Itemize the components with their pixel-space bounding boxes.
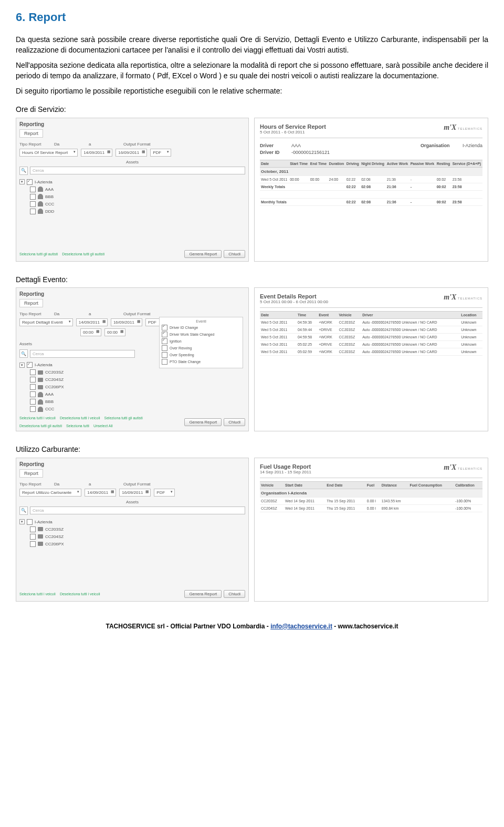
checkbox[interactable] — [30, 406, 36, 412]
date-from[interactable]: 14/09/2011 — [85, 489, 116, 497]
btn-generate[interactable]: Genera Report — [184, 590, 222, 598]
btn-generate[interactable]: Genera Report — [184, 250, 222, 258]
tree-item-driver-3[interactable]: CCC — [30, 201, 245, 207]
dropdown-format[interactable]: PDF — [154, 489, 175, 497]
cell: 24:00 — [328, 175, 345, 183]
tree-root[interactable]: ▾ I-Azienda — [19, 519, 245, 525]
link-select-all-drivers[interactable]: Seleziona tutti gli autisti — [19, 252, 58, 256]
ev-item-4[interactable]: Over Revving — [162, 345, 240, 351]
date-to[interactable]: 16/09/2011 — [119, 489, 151, 497]
ev-item-2[interactable]: Driver Work State Changed — [162, 332, 240, 337]
date-to[interactable]: 16/09/2011 — [111, 318, 142, 326]
search-input[interactable]: Cerca — [30, 167, 245, 174]
lbl-da: Da — [54, 312, 86, 316]
col: Time — [297, 312, 318, 319]
footer-email-link[interactable]: info@tachoservice.it — [270, 623, 332, 630]
date-to[interactable]: 16/09/2011 — [116, 149, 147, 157]
tree-item-driver-1[interactable]: AAA — [30, 391, 135, 397]
checkbox[interactable] — [30, 369, 36, 375]
tree-item-vehicle-1[interactable]: CC203SZ — [30, 369, 135, 375]
search-input[interactable]: Cerca — [30, 506, 245, 514]
ev-item-5[interactable]: Over Speeding — [162, 352, 240, 358]
c: Auto -00000024278500 Unknown / NO CARD — [361, 334, 460, 341]
tree-item-driver-4[interactable]: DDD — [30, 209, 245, 214]
search-icon[interactable]: 🔍 — [19, 349, 28, 358]
link-select-all-vehicles[interactable]: Seleziona tutti i veicoli — [19, 416, 56, 420]
search-icon[interactable]: 🔍 — [19, 506, 28, 515]
search-input[interactable]: Cerca — [30, 350, 135, 358]
report-tab[interactable]: Report — [19, 129, 43, 138]
driver-name: BBB — [45, 399, 54, 404]
time-to[interactable]: 00:00 — [104, 328, 125, 336]
report-tab[interactable]: Report — [19, 299, 43, 307]
col: Date — [260, 312, 297, 319]
checkbox[interactable] — [30, 384, 36, 390]
tree-item-driver-1[interactable]: AAA — [30, 187, 245, 192]
dropdown-report-type[interactable]: Report Dettagli Eventi — [19, 318, 73, 326]
btn-generate[interactable]: Genera Report — [184, 418, 222, 426]
dropdown-format[interactable]: PDF — [150, 149, 171, 157]
tree-item-vehicle-3[interactable]: CC206PX — [30, 541, 245, 547]
link-deselect-all-vehicles[interactable]: Deseleziona tutti i veicoli — [60, 592, 100, 596]
cell: 23:58 — [452, 183, 482, 190]
tree-toggle-icon[interactable]: ▾ — [19, 519, 25, 524]
reporting-panel-fuel: Reporting Report Tipo Report Da a Output… — [16, 458, 249, 602]
checkbox[interactable] — [30, 541, 36, 547]
tree-item-vehicle-2[interactable]: CC204SZ — [30, 534, 245, 540]
checkbox-org[interactable] — [27, 179, 33, 185]
checkbox[interactable] — [162, 359, 167, 365]
tree-item-vehicle-2[interactable]: CC204SZ — [30, 377, 135, 383]
ev-item-3[interactable]: Ignition — [162, 338, 240, 344]
person-icon — [38, 399, 43, 405]
tree-item-vehicle-3[interactable]: CC206PX — [30, 384, 135, 390]
tree-root[interactable]: ▾ I-Azienda — [19, 179, 245, 185]
link-unselect-all[interactable]: Unselect All — [93, 424, 113, 428]
link-select-all[interactable]: Seleziona tutti — [66, 424, 89, 428]
c: 04:59:44 — [297, 326, 318, 334]
tree-toggle-icon[interactable]: ▾ — [19, 363, 25, 368]
checkbox[interactable] — [30, 377, 36, 383]
dropdown-report-type[interactable]: Hours Of Service Report — [19, 149, 78, 157]
checkbox[interactable] — [30, 194, 36, 200]
link-select-all-vehicles[interactable]: Seleziona tutti i veicoli — [19, 592, 56, 596]
dropdown-report-type[interactable]: Report Utilizzo Carburante — [19, 489, 81, 497]
date-from[interactable]: 14/09/2011 — [81, 149, 112, 157]
tree-toggle-icon[interactable]: ▾ — [19, 179, 25, 184]
checkbox[interactable] — [162, 338, 167, 344]
date-from[interactable]: 14/09/2011 — [76, 318, 108, 326]
checkbox-org[interactable] — [27, 362, 33, 368]
tree-root[interactable]: ▾ I-Azienda — [19, 362, 135, 368]
time-from[interactable]: 00:00 — [80, 328, 101, 336]
checkbox[interactable] — [30, 534, 36, 540]
checkbox[interactable] — [30, 526, 36, 532]
checkbox[interactable] — [162, 352, 167, 358]
report-tab[interactable]: Report — [19, 469, 43, 478]
btn-close[interactable]: Chiudi — [224, 250, 245, 258]
checkbox[interactable] — [30, 399, 36, 405]
ev-item-1[interactable]: Driver ID Change — [162, 325, 240, 330]
tree-item-driver-2[interactable]: BBB — [30, 194, 245, 200]
tree-item-vehicle-1[interactable]: CC203SZ — [30, 526, 245, 532]
link-deselect-all-drivers[interactable]: Deseleziona tutti gli autisti — [19, 424, 62, 428]
search-icon[interactable]: 🔍 — [19, 167, 28, 175]
checkbox[interactable] — [30, 201, 36, 207]
btn-close[interactable]: Chiudi — [224, 590, 245, 598]
checkbox-org[interactable] — [27, 519, 33, 525]
cell: 21:36 — [386, 175, 410, 183]
checkbox[interactable] — [162, 325, 167, 330]
tree-item-driver-3[interactable]: CCC — [30, 406, 135, 412]
col: Vehicle — [260, 481, 284, 489]
checkbox[interactable] — [162, 345, 167, 351]
link-deselect-all-drivers[interactable]: Deseleziona tutti gli autisti — [62, 252, 104, 256]
link-select-all-drivers[interactable]: Seleziona tutti gli autisti — [104, 416, 143, 420]
checkbox[interactable] — [30, 187, 36, 192]
btn-close[interactable]: Chiudi — [224, 418, 245, 426]
col: End Date — [326, 481, 365, 489]
checkbox[interactable] — [30, 391, 36, 397]
checkbox[interactable] — [162, 332, 167, 337]
ev-item-6[interactable]: PTO State Change — [162, 359, 240, 365]
tree-item-driver-2[interactable]: BBB — [30, 399, 135, 405]
link-deselect-all-vehicles[interactable]: Deseleziona tutti i veicoli — [60, 416, 100, 420]
col-start: Start Time — [289, 160, 309, 167]
checkbox[interactable] — [30, 209, 36, 214]
